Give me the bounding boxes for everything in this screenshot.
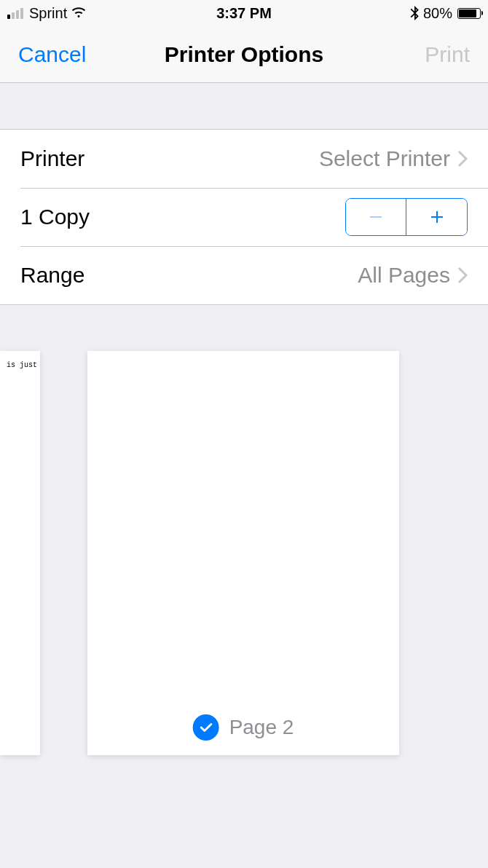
copies-stepper bbox=[345, 198, 468, 236]
preview-page-1-sliver[interactable]: is just bbox=[0, 351, 40, 755]
nav-bar: Cancel Printer Options Print bbox=[0, 26, 488, 83]
range-label: Range bbox=[20, 263, 84, 288]
page-label-container: Page 2 bbox=[193, 714, 294, 741]
cellular-signal-icon bbox=[7, 7, 23, 19]
bluetooth-icon bbox=[409, 6, 420, 20]
sliver-text-fragment: is just bbox=[7, 361, 37, 369]
carrier-label: Sprint bbox=[29, 5, 67, 22]
print-preview-area[interactable]: is just Page 2 bbox=[0, 305, 488, 868]
print-button[interactable]: Print bbox=[425, 42, 470, 67]
status-left: Sprint bbox=[7, 5, 87, 22]
printer-label: Printer bbox=[20, 146, 84, 171]
cancel-button[interactable]: Cancel bbox=[18, 42, 86, 67]
copies-decrement-button[interactable] bbox=[346, 199, 406, 235]
page-selected-check-icon[interactable] bbox=[193, 714, 219, 741]
copies-increment-button[interactable] bbox=[406, 199, 467, 235]
wifi-icon bbox=[71, 5, 87, 21]
copies-label: 1 Copy bbox=[20, 205, 90, 229]
battery-percentage: 80% bbox=[423, 5, 452, 22]
status-time: 3:37 PM bbox=[216, 5, 272, 22]
printer-row[interactable]: Printer Select Printer bbox=[0, 130, 488, 188]
range-row[interactable]: Range All Pages bbox=[0, 246, 488, 304]
settings-group: Printer Select Printer 1 Copy Range All … bbox=[0, 129, 488, 305]
chevron-right-icon bbox=[457, 267, 468, 284]
status-bar: Sprint 3:37 PM 80% bbox=[0, 0, 488, 26]
chevron-right-icon bbox=[457, 150, 468, 167]
range-value: All Pages bbox=[358, 263, 468, 288]
printer-value: Select Printer bbox=[319, 146, 468, 171]
page-title: Printer Options bbox=[165, 42, 323, 67]
battery-icon bbox=[457, 8, 481, 19]
copies-row: 1 Copy bbox=[0, 188, 488, 246]
status-right: 80% bbox=[409, 5, 481, 22]
page-number-label: Page 2 bbox=[229, 716, 294, 739]
preview-page-2[interactable]: Page 2 bbox=[87, 351, 399, 755]
